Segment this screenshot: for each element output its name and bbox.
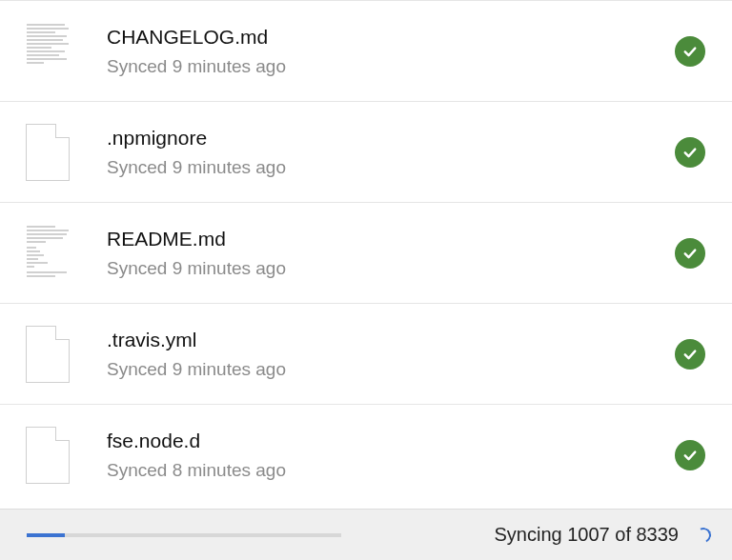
file-icon bbox=[26, 427, 70, 484]
sync-status-text: Syncing 1007 of 8339 bbox=[495, 524, 680, 546]
progress-fill bbox=[27, 533, 65, 537]
document-icon bbox=[23, 20, 72, 83]
spinner-icon bbox=[694, 525, 714, 545]
file-meta: .travis.yml Synced 9 minutes ago bbox=[107, 328, 675, 380]
synced-check-icon bbox=[675, 36, 705, 67]
document-icon bbox=[23, 222, 72, 285]
file-status: Synced 9 minutes ago bbox=[107, 157, 675, 178]
file-name: CHANGELOG.md bbox=[107, 25, 675, 49]
file-name: README.md bbox=[107, 227, 675, 250]
file-status: Synced 9 minutes ago bbox=[107, 359, 675, 380]
file-name: .npmignore bbox=[107, 126, 675, 150]
list-item[interactable]: .travis.yml Synced 9 minutes ago bbox=[0, 303, 732, 404]
list-item[interactable]: .npmignore Synced 9 minutes ago bbox=[0, 101, 732, 202]
file-icon bbox=[26, 124, 70, 181]
list-item[interactable]: CHANGELOG.md Synced 9 minutes ago bbox=[0, 0, 732, 101]
file-thumbnail bbox=[23, 121, 72, 184]
file-meta: fse.node.d Synced 8 minutes ago bbox=[107, 429, 675, 481]
file-name: .travis.yml bbox=[107, 328, 675, 351]
list-item[interactable]: fse.node.d Synced 8 minutes ago bbox=[0, 404, 732, 505]
file-meta: CHANGELOG.md Synced 9 minutes ago bbox=[107, 25, 675, 77]
progress-bar bbox=[27, 533, 341, 537]
file-name: fse.node.d bbox=[107, 429, 675, 452]
file-icon bbox=[26, 326, 70, 383]
synced-check-icon bbox=[675, 137, 705, 168]
file-thumbnail bbox=[23, 222, 72, 285]
list-item[interactable]: README.md Synced 9 minutes ago bbox=[0, 202, 732, 303]
file-status: Synced 9 minutes ago bbox=[107, 258, 675, 279]
file-thumbnail bbox=[23, 323, 72, 386]
file-status: Synced 9 minutes ago bbox=[107, 56, 675, 77]
file-list: CHANGELOG.md Synced 9 minutes ago .npmig… bbox=[0, 0, 732, 509]
file-thumbnail bbox=[23, 20, 72, 83]
synced-check-icon bbox=[675, 339, 705, 370]
synced-check-icon bbox=[675, 440, 705, 470]
file-meta: .npmignore Synced 9 minutes ago bbox=[107, 126, 675, 178]
file-status: Synced 8 minutes ago bbox=[107, 460, 675, 481]
synced-check-icon bbox=[675, 238, 705, 269]
file-thumbnail bbox=[23, 424, 72, 487]
sync-panel: CHANGELOG.md Synced 9 minutes ago .npmig… bbox=[0, 0, 732, 560]
file-meta: README.md Synced 9 minutes ago bbox=[107, 227, 675, 279]
sync-footer: Syncing 1007 of 8339 bbox=[0, 509, 732, 560]
